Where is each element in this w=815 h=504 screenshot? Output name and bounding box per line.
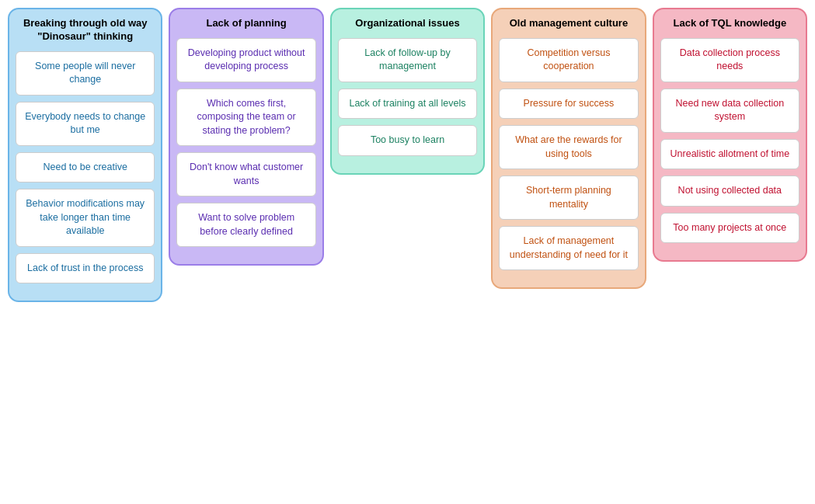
card-col-purple-2[interactable]: Don't know what customer wants	[176, 152, 315, 196]
card-col-blue-3[interactable]: Behavior modifications may take longer t…	[16, 189, 155, 247]
card-col-peach-2[interactable]: What are the rewards for using tools	[499, 125, 638, 169]
column-col-teal: Organizational issuesLack of follow-up b…	[330, 8, 485, 175]
column-title-col-peach: Old management culture	[499, 17, 638, 30]
column-col-pink: Lack of TQL knowledgeData collection pro…	[653, 8, 807, 262]
card-col-pink-0[interactable]: Data collection process needs	[660, 38, 799, 82]
card-col-purple-3[interactable]: Want to solve problem before clearly def…	[176, 203, 315, 247]
card-col-pink-1[interactable]: Need new data collection system	[660, 89, 799, 133]
card-col-teal-1[interactable]: Lack of training at all levels	[338, 89, 477, 120]
card-col-blue-2[interactable]: Need to be creative	[16, 152, 155, 183]
card-col-peach-1[interactable]: Pressure for success	[499, 89, 638, 120]
card-col-blue-1[interactable]: Everybody needs to change but me	[16, 102, 155, 146]
card-col-peach-3[interactable]: Short-term planning mentality	[499, 176, 638, 220]
card-col-purple-1[interactable]: Which comes first, composing the team or…	[176, 89, 315, 147]
column-title-col-blue: Breaking through old way "Dinosaur" thin…	[16, 17, 155, 43]
card-col-blue-4[interactable]: Lack of trust in the process	[16, 253, 155, 284]
card-col-purple-0[interactable]: Developing product without developing pr…	[176, 38, 315, 82]
card-col-blue-0[interactable]: Some people will never change	[16, 51, 155, 96]
column-title-col-teal: Organizational issues	[338, 17, 477, 30]
card-col-peach-4[interactable]: Lack of management understanding of need…	[499, 226, 638, 270]
column-col-purple: Lack of planningDeveloping product witho…	[169, 8, 323, 266]
card-col-pink-2[interactable]: Unrealistic allotment of time	[660, 139, 799, 170]
column-col-peach: Old management cultureCompetition versus…	[491, 8, 646, 289]
card-col-peach-0[interactable]: Competition versus cooperation	[499, 38, 638, 82]
kanban-board: Breaking through old way "Dinosaur" thin…	[8, 8, 807, 302]
column-title-col-pink: Lack of TQL knowledge	[660, 17, 799, 30]
card-col-teal-0[interactable]: Lack of follow-up by management	[338, 38, 477, 82]
card-col-pink-3[interactable]: Not using collected data	[660, 176, 799, 207]
column-col-blue: Breaking through old way "Dinosaur" thin…	[8, 8, 162, 302]
card-col-teal-2[interactable]: Too busy to learn	[338, 125, 477, 156]
card-col-pink-4[interactable]: Too many projects at once	[660, 213, 799, 244]
column-title-col-purple: Lack of planning	[176, 17, 315, 30]
